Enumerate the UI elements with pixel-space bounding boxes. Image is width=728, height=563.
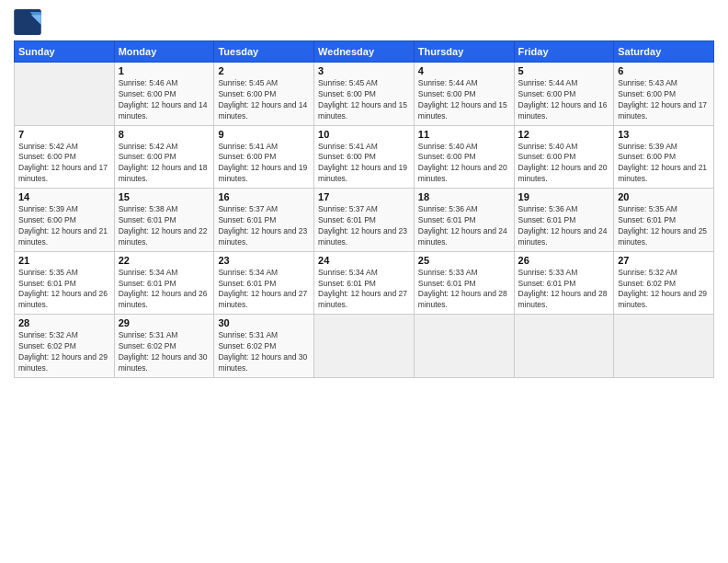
day-info: Sunrise: 5:34 AMSunset: 6:01 PMDaylight:…: [218, 268, 310, 312]
day-number: 18: [418, 191, 510, 202]
day-info: Sunrise: 5:33 AMSunset: 6:01 PMDaylight:…: [418, 268, 510, 312]
calendar-cell: 22Sunrise: 5:34 AMSunset: 6:01 PMDayligh…: [114, 251, 214, 315]
day-number: 7: [18, 129, 110, 140]
weekday-header: Wednesday: [314, 41, 415, 63]
day-info: Sunrise: 5:43 AMSunset: 6:00 PMDaylight:…: [618, 78, 710, 122]
day-number: 4: [418, 65, 510, 76]
weekday-header: Sunday: [15, 41, 115, 63]
calendar-cell: 6Sunrise: 5:43 AMSunset: 6:00 PMDaylight…: [614, 63, 714, 126]
page: SundayMondayTuesdayWednesdayThursdayFrid…: [0, 0, 728, 563]
day-info: Sunrise: 5:31 AMSunset: 6:02 PMDaylight:…: [218, 330, 310, 374]
day-number: 28: [18, 317, 110, 328]
day-number: 27: [618, 255, 710, 266]
weekday-header-row: SundayMondayTuesdayWednesdayThursdayFrid…: [15, 41, 714, 63]
calendar-cell: [15, 63, 115, 126]
calendar-week-row: 7Sunrise: 5:42 AMSunset: 6:00 PMDaylight…: [15, 125, 714, 189]
day-info: Sunrise: 5:37 AMSunset: 6:01 PMDaylight:…: [218, 204, 310, 248]
day-number: 10: [318, 129, 410, 140]
day-number: 26: [518, 255, 610, 266]
logo: [14, 9, 43, 35]
day-info: Sunrise: 5:42 AMSunset: 6:00 PMDaylight:…: [18, 142, 110, 186]
day-number: 15: [119, 191, 210, 202]
day-number: 13: [618, 129, 710, 140]
calendar-week-row: 14Sunrise: 5:39 AMSunset: 6:00 PMDayligh…: [15, 189, 714, 252]
day-number: 30: [218, 317, 310, 328]
calendar-week-row: 28Sunrise: 5:32 AMSunset: 6:02 PMDayligh…: [15, 315, 714, 378]
calendar-cell: 2Sunrise: 5:45 AMSunset: 6:00 PMDaylight…: [214, 63, 314, 126]
weekday-header: Monday: [114, 41, 214, 63]
calendar-cell: 26Sunrise: 5:33 AMSunset: 6:01 PMDayligh…: [514, 251, 614, 315]
day-info: Sunrise: 5:35 AMSunset: 6:01 PMDaylight:…: [18, 268, 110, 312]
calendar-cell: 14Sunrise: 5:39 AMSunset: 6:00 PMDayligh…: [15, 189, 115, 252]
calendar-table: SundayMondayTuesdayWednesdayThursdayFrid…: [14, 40, 714, 378]
day-info: Sunrise: 5:34 AMSunset: 6:01 PMDaylight:…: [119, 268, 210, 312]
calendar-cell: [414, 315, 514, 378]
calendar-cell: 4Sunrise: 5:44 AMSunset: 6:00 PMDaylight…: [414, 63, 514, 126]
day-info: Sunrise: 5:37 AMSunset: 6:01 PMDaylight:…: [318, 204, 410, 248]
calendar-week-row: 21Sunrise: 5:35 AMSunset: 6:01 PMDayligh…: [15, 251, 714, 315]
calendar-cell: [314, 315, 415, 378]
calendar-cell: 23Sunrise: 5:34 AMSunset: 6:01 PMDayligh…: [214, 251, 314, 315]
calendar-cell: 13Sunrise: 5:39 AMSunset: 6:00 PMDayligh…: [614, 125, 714, 189]
day-number: 20: [618, 191, 710, 202]
day-info: Sunrise: 5:39 AMSunset: 6:00 PMDaylight:…: [618, 142, 710, 186]
calendar-cell: 5Sunrise: 5:44 AMSunset: 6:00 PMDaylight…: [514, 63, 614, 126]
calendar-cell: 8Sunrise: 5:42 AMSunset: 6:00 PMDaylight…: [114, 125, 214, 189]
day-info: Sunrise: 5:38 AMSunset: 6:01 PMDaylight:…: [119, 204, 210, 248]
calendar-cell: 20Sunrise: 5:35 AMSunset: 6:01 PMDayligh…: [614, 189, 714, 252]
calendar-cell: 17Sunrise: 5:37 AMSunset: 6:01 PMDayligh…: [314, 189, 415, 252]
day-info: Sunrise: 5:41 AMSunset: 6:00 PMDaylight:…: [218, 142, 310, 186]
day-number: 5: [518, 65, 610, 76]
calendar-cell: 15Sunrise: 5:38 AMSunset: 6:01 PMDayligh…: [114, 189, 214, 252]
day-number: 23: [218, 255, 310, 266]
day-number: 3: [318, 65, 410, 76]
day-info: Sunrise: 5:41 AMSunset: 6:00 PMDaylight:…: [318, 142, 410, 186]
day-info: Sunrise: 5:44 AMSunset: 6:00 PMDaylight:…: [518, 78, 610, 122]
day-number: 9: [218, 129, 310, 140]
calendar-cell: 19Sunrise: 5:36 AMSunset: 6:01 PMDayligh…: [514, 189, 614, 252]
weekday-header: Tuesday: [214, 41, 314, 63]
day-info: Sunrise: 5:36 AMSunset: 6:01 PMDaylight:…: [518, 204, 610, 248]
day-number: 1: [119, 65, 210, 76]
day-number: 25: [418, 255, 510, 266]
calendar-cell: [514, 315, 614, 378]
calendar-cell: 29Sunrise: 5:31 AMSunset: 6:02 PMDayligh…: [114, 315, 214, 378]
day-number: 22: [119, 255, 210, 266]
calendar-cell: 11Sunrise: 5:40 AMSunset: 6:00 PMDayligh…: [414, 125, 514, 189]
calendar-cell: 25Sunrise: 5:33 AMSunset: 6:01 PMDayligh…: [414, 251, 514, 315]
day-number: 21: [18, 255, 110, 266]
day-info: Sunrise: 5:45 AMSunset: 6:00 PMDaylight:…: [318, 78, 410, 122]
calendar-week-row: 1Sunrise: 5:46 AMSunset: 6:00 PMDaylight…: [15, 63, 714, 126]
calendar-cell: 24Sunrise: 5:34 AMSunset: 6:01 PMDayligh…: [314, 251, 415, 315]
calendar-cell: 9Sunrise: 5:41 AMSunset: 6:00 PMDaylight…: [214, 125, 314, 189]
day-info: Sunrise: 5:40 AMSunset: 6:00 PMDaylight:…: [518, 142, 610, 186]
day-info: Sunrise: 5:44 AMSunset: 6:00 PMDaylight:…: [418, 78, 510, 122]
calendar-cell: 7Sunrise: 5:42 AMSunset: 6:00 PMDaylight…: [15, 125, 115, 189]
calendar-cell: 16Sunrise: 5:37 AMSunset: 6:01 PMDayligh…: [214, 189, 314, 252]
day-info: Sunrise: 5:46 AMSunset: 6:00 PMDaylight:…: [119, 78, 210, 122]
day-number: 2: [218, 65, 310, 76]
day-number: 6: [618, 65, 710, 76]
day-number: 16: [218, 191, 310, 202]
day-info: Sunrise: 5:32 AMSunset: 6:02 PMDaylight:…: [18, 330, 110, 374]
day-number: 11: [418, 129, 510, 140]
calendar-cell: 12Sunrise: 5:40 AMSunset: 6:00 PMDayligh…: [514, 125, 614, 189]
day-number: 24: [318, 255, 410, 266]
weekday-header: Saturday: [614, 41, 714, 63]
calendar-cell: 18Sunrise: 5:36 AMSunset: 6:01 PMDayligh…: [414, 189, 514, 252]
calendar-cell: 10Sunrise: 5:41 AMSunset: 6:00 PMDayligh…: [314, 125, 415, 189]
calendar-cell: 28Sunrise: 5:32 AMSunset: 6:02 PMDayligh…: [15, 315, 115, 378]
weekday-header: Thursday: [414, 41, 514, 63]
calendar-cell: [614, 315, 714, 378]
calendar-cell: 27Sunrise: 5:32 AMSunset: 6:02 PMDayligh…: [614, 251, 714, 315]
day-number: 8: [119, 129, 210, 140]
calendar-cell: 1Sunrise: 5:46 AMSunset: 6:00 PMDaylight…: [114, 63, 214, 126]
calendar-cell: 30Sunrise: 5:31 AMSunset: 6:02 PMDayligh…: [214, 315, 314, 378]
day-number: 29: [119, 317, 210, 328]
weekday-header: Friday: [514, 41, 614, 63]
header: [14, 9, 714, 35]
day-info: Sunrise: 5:45 AMSunset: 6:00 PMDaylight:…: [218, 78, 310, 122]
day-info: Sunrise: 5:31 AMSunset: 6:02 PMDaylight:…: [119, 330, 210, 374]
day-info: Sunrise: 5:40 AMSunset: 6:00 PMDaylight:…: [418, 142, 510, 186]
day-info: Sunrise: 5:39 AMSunset: 6:00 PMDaylight:…: [18, 204, 110, 248]
